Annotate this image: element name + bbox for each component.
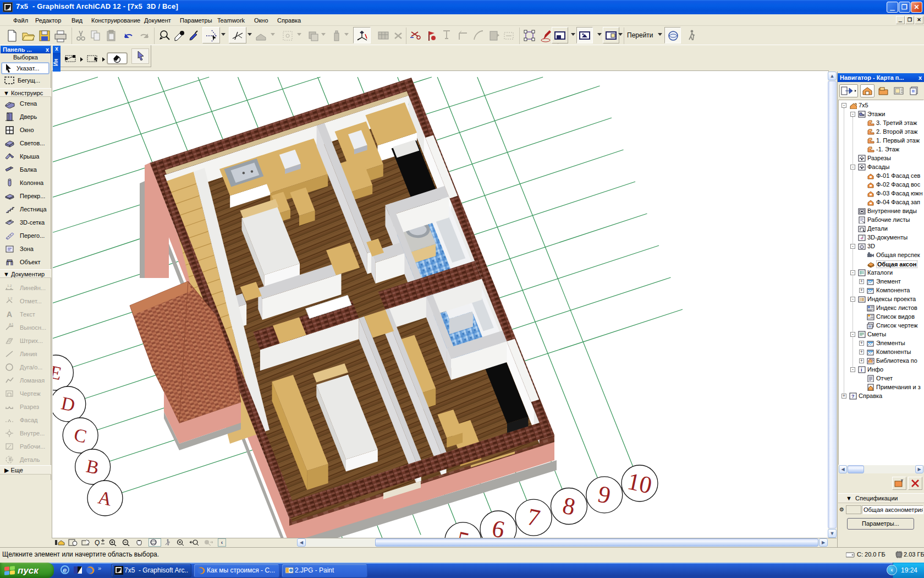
svg-text:1.2: 1.2 [8, 297, 13, 300]
svg-text:e: e [63, 566, 67, 574]
svg-text:?: ? [851, 394, 855, 399]
svg-text:Q: Q [95, 539, 100, 546]
svg-text:i: i [861, 367, 862, 373]
svg-text:A1: A1 [9, 323, 14, 326]
svg-text:1.2: 1.2 [7, 284, 12, 287]
svg-text:3: 3 [862, 235, 864, 238]
svg-text:A: A [7, 310, 12, 319]
